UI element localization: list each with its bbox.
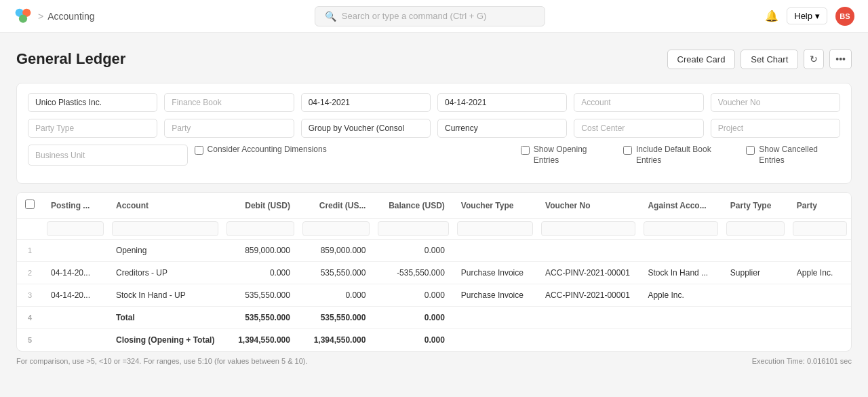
consider-accounting-label: Consider Accounting Dimensions bbox=[208, 145, 327, 155]
page-header: General Ledger Create Card Set Chart ↻ •… bbox=[16, 49, 852, 69]
currency-filter[interactable]: Currency bbox=[437, 119, 567, 138]
col-against-acct: Against Acco... bbox=[639, 193, 722, 219]
filter-credit[interactable] bbox=[302, 221, 370, 236]
business-unit-filter[interactable] bbox=[28, 145, 188, 166]
table-row: 204-14-20...Creditors - UP0.000535,550.0… bbox=[17, 262, 851, 284]
filter-balance[interactable] bbox=[378, 221, 448, 236]
company-filter[interactable] bbox=[28, 93, 157, 112]
refresh-button[interactable]: ↻ bbox=[804, 49, 824, 69]
ledger-table: Posting ... Account Debit (USD) Credit (… bbox=[17, 193, 851, 351]
set-chart-button[interactable]: Set Chart bbox=[741, 50, 798, 69]
avatar: BS bbox=[835, 7, 854, 26]
chevron-down-icon: ▾ bbox=[815, 11, 820, 21]
breadcrumb: > Accounting bbox=[38, 11, 94, 22]
table-row: 5Closing (Opening + Total)1,394,550.0001… bbox=[17, 329, 851, 352]
account-filter[interactable] bbox=[574, 93, 703, 112]
finance-book-filter[interactable] bbox=[164, 93, 294, 112]
table-filter-row bbox=[17, 219, 851, 240]
table-row: 1Opening859,000.000859,000.0000.000 bbox=[17, 240, 851, 262]
col-posting: Posting ... bbox=[43, 193, 108, 219]
show-opening-label: Show Opening Entries bbox=[534, 145, 610, 166]
table-container: Posting ... Account Debit (USD) Credit (… bbox=[16, 192, 852, 352]
include-default-checkbox-row: Include Default Book Entries bbox=[623, 145, 732, 166]
filter-voucher-no[interactable] bbox=[541, 221, 635, 236]
app-logo bbox=[14, 7, 33, 26]
show-cancelled-label: Show Cancelled Entries bbox=[759, 145, 840, 166]
filter-debit[interactable] bbox=[226, 221, 294, 236]
col-voucher-type: Voucher Type bbox=[453, 193, 537, 219]
svg-point-2 bbox=[19, 14, 27, 22]
show-cancelled-checkbox-row: Show Cancelled Entries bbox=[746, 145, 840, 166]
status-hint: For comparison, use >5, <10 or =324. For… bbox=[16, 357, 308, 365]
filter-row-2: Currency bbox=[28, 119, 840, 138]
filter-against-acct[interactable] bbox=[644, 221, 717, 236]
table-row: 304-14-20...Stock In Hand - UP535,550.00… bbox=[17, 284, 851, 307]
navbar: > Accounting 🔍 Search or type a command … bbox=[0, 0, 868, 33]
search-icon: 🔍 bbox=[325, 11, 336, 22]
consider-accounting-checkbox-row: Consider Accounting Dimensions bbox=[195, 145, 514, 166]
more-options-button[interactable]: ••• bbox=[829, 49, 852, 69]
show-opening-checkbox[interactable] bbox=[521, 146, 530, 155]
navbar-center: 🔍 Search or type a command (Ctrl + G) bbox=[94, 6, 765, 26]
filter-party[interactable] bbox=[793, 221, 847, 236]
notification-icon[interactable]: 🔔 bbox=[765, 10, 778, 22]
filter-row-3: Consider Accounting Dimensions Show Open… bbox=[28, 145, 840, 166]
consider-accounting-checkbox[interactable] bbox=[195, 146, 203, 155]
from-date-filter[interactable] bbox=[301, 93, 431, 112]
page-title: General Ledger bbox=[16, 50, 125, 68]
cost-center-filter[interactable] bbox=[574, 119, 703, 138]
filter-account[interactable] bbox=[112, 221, 218, 236]
row-number: 4 bbox=[17, 307, 43, 329]
project-filter[interactable] bbox=[711, 119, 840, 138]
filter-posting[interactable] bbox=[47, 221, 104, 236]
table-body: 1Opening859,000.000859,000.0000.000204-1… bbox=[17, 240, 851, 352]
row-number: 2 bbox=[17, 262, 43, 284]
group-by-filter[interactable] bbox=[301, 119, 431, 138]
col-account: Account bbox=[108, 193, 222, 219]
party-filter[interactable] bbox=[164, 119, 294, 138]
filter-voucher-type[interactable] bbox=[457, 221, 533, 236]
page-content: General Ledger Create Card Set Chart ↻ •… bbox=[0, 33, 868, 381]
col-credit: Credit (US... bbox=[298, 193, 374, 219]
breadcrumb-app: Accounting bbox=[47, 11, 94, 22]
filter-panel: Currency Consider Accounting Dimensions … bbox=[16, 83, 852, 184]
execution-time: Execution Time: 0.016101 sec bbox=[752, 357, 852, 365]
include-default-checkbox[interactable] bbox=[623, 146, 632, 155]
navbar-right: 🔔 Help ▾ BS bbox=[765, 7, 854, 26]
col-debit: Debit (USD) bbox=[222, 193, 298, 219]
col-party-type: Party Type bbox=[722, 193, 789, 219]
show-opening-checkbox-row: Show Opening Entries bbox=[521, 145, 610, 166]
filter-party-type[interactable] bbox=[726, 221, 785, 236]
search-placeholder: Search or type a command (Ctrl + G) bbox=[342, 11, 487, 21]
header-actions: Create Card Set Chart ↻ ••• bbox=[667, 49, 852, 69]
row-number: 1 bbox=[17, 240, 43, 262]
navbar-left: > Accounting bbox=[14, 7, 94, 26]
extra-checkboxes: Show Opening Entries Include Default Boo… bbox=[521, 145, 840, 166]
search-bar[interactable]: 🔍 Search or type a command (Ctrl + G) bbox=[315, 6, 545, 26]
include-default-label: Include Default Book Entries bbox=[636, 145, 732, 166]
col-balance: Balance (USD) bbox=[374, 193, 452, 219]
col-checkbox bbox=[17, 193, 43, 219]
to-date-filter[interactable] bbox=[437, 93, 567, 112]
party-type-filter[interactable] bbox=[28, 119, 157, 138]
table-row: 4Total535,550.000535,550.0000.000 bbox=[17, 307, 851, 329]
voucher-no-filter[interactable] bbox=[711, 93, 840, 112]
create-card-button[interactable]: Create Card bbox=[667, 50, 736, 69]
col-party: Party bbox=[789, 193, 851, 219]
col-voucher-no: Voucher No bbox=[537, 193, 639, 219]
row-number: 5 bbox=[17, 329, 43, 352]
status-bar: For comparison, use >5, <10 or =324. For… bbox=[16, 352, 852, 365]
show-cancelled-checkbox[interactable] bbox=[746, 146, 755, 155]
help-button[interactable]: Help ▾ bbox=[787, 7, 827, 24]
select-all-checkbox[interactable] bbox=[25, 200, 35, 209]
breadcrumb-chevron: > bbox=[38, 11, 43, 22]
row-number: 3 bbox=[17, 284, 43, 307]
filter-row-1 bbox=[28, 93, 840, 112]
table-header-row: Posting ... Account Debit (USD) Credit (… bbox=[17, 193, 851, 219]
